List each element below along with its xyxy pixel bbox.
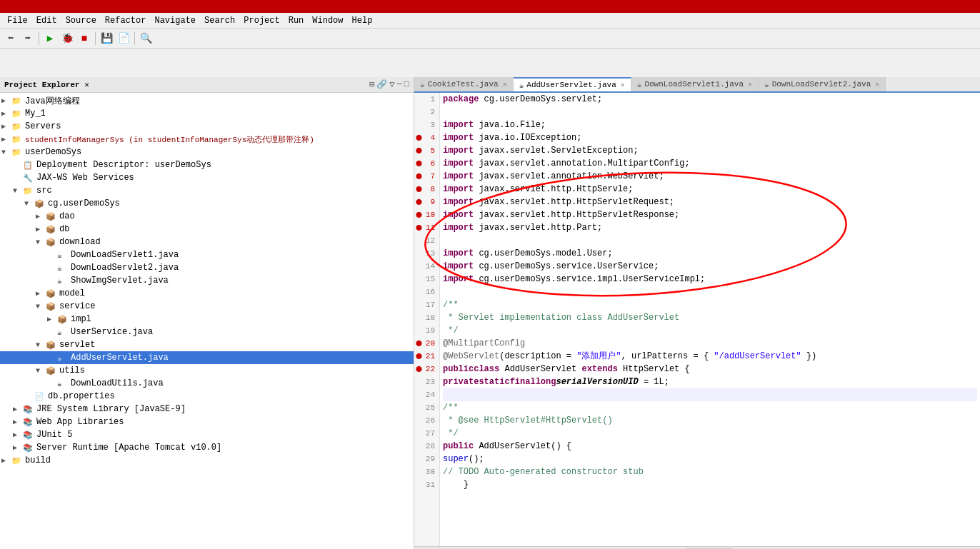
tab-close-downloadservlet1[interactable]: ✕ bbox=[748, 80, 752, 89]
editor-tab-adduserservlet[interactable]: ☕AddUserServlet.java✕ bbox=[514, 77, 631, 91]
save-btn[interactable]: 💾 bbox=[99, 31, 114, 46]
code-line-8[interactable]: import javax.servlet.http.HttpServle; bbox=[443, 183, 977, 196]
view-menu-icon[interactable]: ▽ bbox=[389, 79, 394, 90]
code-line-18[interactable]: * Servlet implementation class AddUserSe… bbox=[443, 311, 977, 324]
code-line-24[interactable] bbox=[443, 388, 977, 401]
tree-item-model[interactable]: ▶📦model bbox=[0, 287, 414, 300]
tree-item-servers[interactable]: ▶📁Servers bbox=[0, 120, 414, 133]
menu-project[interactable]: Project bbox=[239, 14, 284, 27]
menu-source[interactable]: Source bbox=[61, 14, 101, 27]
tree-item-dbprop[interactable]: 📄db.properties bbox=[0, 390, 414, 403]
tab-close-cookietest[interactable]: ✕ bbox=[503, 80, 507, 89]
maximize-icon[interactable]: □ bbox=[404, 79, 409, 90]
stop-btn[interactable]: ■ bbox=[76, 31, 92, 46]
tree-item-dlutils[interactable]: ☕DownLoadUtils.java bbox=[0, 377, 414, 390]
code-line-31[interactable]: } bbox=[443, 478, 977, 491]
line-number-13: 13 bbox=[417, 247, 435, 260]
code-line-7[interactable]: import javax.servlet.annotation.WebServl… bbox=[443, 170, 977, 183]
tree-item-impl[interactable]: ▶📦impl bbox=[0, 313, 414, 326]
forward-btn[interactable]: ➡ bbox=[20, 31, 36, 46]
tree-item-dl1[interactable]: ☕DownLoadServlet1.java bbox=[0, 248, 414, 261]
tree-item-cg[interactable]: ▼📦cg.userDemoSys bbox=[0, 197, 414, 210]
code-line-23[interactable]: private static final long serialVersionU… bbox=[443, 376, 977, 388]
tree-item-jrelib[interactable]: ▶📚JRE System Library [JavaSE-9] bbox=[0, 403, 414, 415]
tree-item-src[interactable]: ▼📁src bbox=[0, 184, 414, 197]
code-line-20[interactable]: @MultipartConfig bbox=[443, 337, 977, 350]
tree-item-adduserservlet[interactable]: ☕AddUserServlet.java bbox=[0, 351, 414, 364]
menu-edit[interactable]: Edit bbox=[32, 14, 61, 27]
code-line-28[interactable]: public AddUserServlet() { bbox=[443, 440, 977, 453]
link-with-editor-icon[interactable]: 🔗 bbox=[376, 79, 387, 90]
code-line-14[interactable]: import cg.userDemoSys.service.UserServic… bbox=[443, 260, 977, 273]
collapse-all-icon[interactable]: ⊟ bbox=[369, 79, 374, 90]
code-line-1[interactable]: package cg.userDemoSys.servlet; bbox=[443, 93, 977, 106]
tree-item-userdemo[interactable]: ▼📁userDemoSys bbox=[0, 146, 414, 158]
code-line-13[interactable]: import cg.userDemoSys.model.User; bbox=[443, 247, 977, 260]
tree-item-download[interactable]: ▼📦download bbox=[0, 236, 414, 248]
code-line-15[interactable]: import cg.userDemoSys.service.impl.UserS… bbox=[443, 273, 977, 286]
code-line-10[interactable]: import javax.servlet.http.HttpServletRes… bbox=[443, 208, 977, 221]
tab-close-adduserservlet[interactable]: ✕ bbox=[621, 81, 625, 89]
tree-label-src: src bbox=[36, 186, 52, 196]
tree-item-tomcat[interactable]: ▶📚Server Runtime [Apache Tomcat v10.0] bbox=[0, 441, 414, 454]
run-btn[interactable]: ▶ bbox=[42, 31, 58, 46]
code-line-25[interactable]: /** bbox=[443, 401, 977, 414]
tree-item-db[interactable]: ▶📦db bbox=[0, 223, 414, 236]
code-line-17[interactable]: /** bbox=[443, 298, 977, 311]
tree-item-userservice[interactable]: ☕UserService.java bbox=[0, 326, 414, 338]
new-btn[interactable]: 📄 bbox=[116, 31, 131, 46]
tree-item-utils[interactable]: ▼📦utils bbox=[0, 364, 414, 377]
menu-help[interactable]: Help bbox=[348, 14, 377, 27]
tree-item-dao[interactable]: ▶📦dao bbox=[0, 210, 414, 223]
code-editor[interactable]: 1234567891011121314151617181920212223242… bbox=[414, 93, 980, 546]
menu-file[interactable]: File bbox=[3, 14, 32, 27]
menu-refactor[interactable]: Refactor bbox=[101, 14, 151, 27]
editor-tab-cookietest[interactable]: ☕CookieTest.java✕ bbox=[414, 77, 514, 91]
code-line-16[interactable] bbox=[443, 286, 977, 298]
tree-item-deploy[interactable]: 📋Deployment Descriptor: userDemoSys bbox=[0, 158, 414, 171]
menu-run[interactable]: Run bbox=[284, 14, 309, 27]
project-tree[interactable]: ▶📁Java网络编程▶📁My_1▶📁Servers▶📁studentInfoMa… bbox=[0, 93, 414, 549]
tree-item-dl2[interactable]: ☕DownLoadServlet2.java bbox=[0, 261, 414, 274]
tree-item-build[interactable]: ▶📁build bbox=[0, 454, 414, 467]
tree-item-jaxws[interactable]: 🔧JAX-WS Web Services bbox=[0, 171, 414, 184]
tree-item-java-net[interactable]: ▶📁Java网络编程 bbox=[0, 94, 414, 107]
code-line-12[interactable] bbox=[443, 234, 977, 247]
tree-label-servlet: servlet bbox=[59, 340, 95, 350]
code-line-4[interactable]: import java.io.IOException; bbox=[443, 131, 977, 144]
tree-item-showimg[interactable]: ☕ShowImgServlet.java bbox=[0, 274, 414, 287]
code-content[interactable]: package cg.userDemoSys.servlet;import ja… bbox=[440, 93, 980, 546]
editor-tab-downloadservlet1[interactable]: ☕DownLoadServlet1.java✕ bbox=[631, 77, 759, 91]
code-line-21[interactable]: @WebServlet(description = "添加用户", urlPat… bbox=[443, 350, 977, 363]
code-line-29[interactable]: super(); bbox=[443, 453, 977, 465]
tree-label-studentinfo: studentInfoManagerSys (in studentInfoMan… bbox=[25, 134, 314, 145]
search-btn[interactable]: 🔍 bbox=[138, 31, 154, 46]
back-btn[interactable]: ⬅ bbox=[3, 31, 19, 46]
tree-item-my1[interactable]: ▶📁My_1 bbox=[0, 107, 414, 120]
menu-search[interactable]: Search bbox=[200, 14, 239, 27]
tree-label-adduserservlet: AddUserServlet.java bbox=[71, 353, 169, 363]
code-line-30[interactable]: // TODO Auto-generated constructor stub bbox=[443, 465, 977, 478]
line-number-25: 25 bbox=[417, 401, 435, 414]
menu-window[interactable]: Window bbox=[308, 14, 347, 27]
code-line-26[interactable]: * @see HttpServlet#HttpServlet() bbox=[443, 414, 977, 427]
tree-item-service[interactable]: ▼📦service bbox=[0, 300, 414, 313]
menu-navigate[interactable]: Navigate bbox=[150, 14, 200, 27]
code-line-22[interactable]: public class AddUserServlet extends Http… bbox=[443, 363, 977, 376]
code-line-27[interactable]: */ bbox=[443, 427, 977, 440]
minimize-icon[interactable]: — bbox=[397, 79, 402, 90]
code-line-5[interactable]: import javax.servlet.ServletException; bbox=[443, 144, 977, 157]
editor-tab-downloadservlet2[interactable]: ☕DownLoadServlet2.java✕ bbox=[759, 77, 886, 91]
tree-item-studentinfo[interactable]: ▶📁studentInfoManagerSys (in studentInfoM… bbox=[0, 133, 414, 146]
tree-item-servlet[interactable]: ▼📦servlet bbox=[0, 338, 414, 351]
tab-close-downloadservlet2[interactable]: ✕ bbox=[875, 80, 879, 89]
code-line-11[interactable]: import javax.servlet.http.Part; bbox=[443, 221, 977, 234]
code-line-6[interactable]: import javax.servlet.annotation.Multipar… bbox=[443, 157, 977, 170]
debug-btn[interactable]: 🐞 bbox=[59, 31, 75, 46]
code-line-2[interactable] bbox=[443, 106, 977, 119]
code-line-19[interactable]: */ bbox=[443, 324, 977, 337]
code-line-9[interactable]: import javax.servlet.http.HttpServletReq… bbox=[443, 196, 977, 208]
code-line-3[interactable]: import java.io.File; bbox=[443, 119, 977, 131]
tree-item-webapp[interactable]: ▶📚Web App Libraries bbox=[0, 415, 414, 428]
tree-item-junit[interactable]: ▶📚JUnit 5 bbox=[0, 428, 414, 441]
